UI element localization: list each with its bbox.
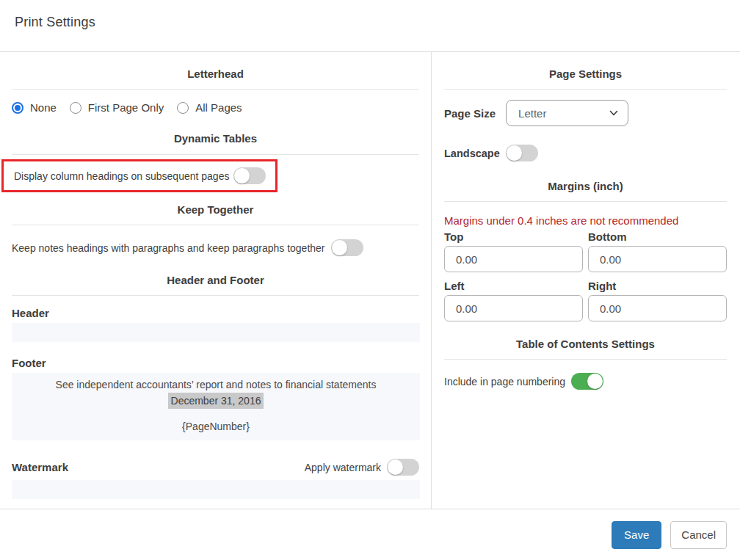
radio-icon[interactable] [12,102,23,114]
divider [444,201,727,202]
watermark-content-area[interactable] [12,480,420,499]
page-size-row: Page Size Letter [444,100,727,126]
radio-option-first-page-only[interactable]: First Page Only [70,101,164,114]
footer-line-1: See independent accountants’ report and … [12,377,420,393]
margin-top-input[interactable] [444,246,583,272]
cancel-button[interactable]: Cancel [670,521,727,549]
keep-notes-toggle[interactable] [331,239,363,256]
margin-right-label: Right [588,280,727,292]
apply-watermark-toggle[interactable] [387,459,419,476]
radio-icon[interactable] [177,102,189,114]
toggle-knob [507,145,522,161]
display-column-headings-label: Display column headings on subsequent pa… [14,170,229,182]
margins-heading: Margins (inch) [444,180,727,193]
toggle-knob [587,374,603,389]
toggle-knob [332,240,347,255]
page-title: Print Settings [15,15,740,30]
toggle-knob [234,168,250,183]
left-column: Letterhead None First Page Only All Page… [0,52,432,509]
keep-together-row: Keep notes headings with paragraphs and … [12,239,419,256]
dialog-header: Print Settings [0,0,740,52]
footer-line-3: {PageNumber} [12,419,420,434]
dialog-body: Letterhead None First Page Only All Page… [0,52,740,509]
letterhead-heading: Letterhead [12,68,419,81]
page-size-value: Letter [518,107,609,120]
radio-label: First Page Only [88,101,164,114]
margin-top-label: Top [444,230,583,243]
landscape-row: Landscape [444,145,727,161]
footer-content-area[interactable]: See independent accountants’ report and … [12,373,420,440]
divider [12,89,419,90]
dialog-footer: Save Cancel [0,509,740,560]
divider [444,359,727,360]
radio-option-none[interactable]: None [12,101,57,114]
letterhead-radio-group: None First Page Only All Pages [12,101,419,114]
page-size-select[interactable]: Letter [506,100,628,126]
margins-warning: Margins under 0.4 inches are not recomme… [444,214,727,228]
margin-left-label: Left [444,280,583,292]
divider [12,295,419,296]
margins-grid: Top Bottom Left Right [444,230,727,321]
divider [444,89,727,90]
divider [12,225,419,225]
display-column-headings-toggle[interactable] [233,167,266,184]
header-footer-heading: Header and Footer [12,274,419,287]
margin-right-input[interactable] [588,295,727,321]
toc-settings-heading: Table of Contents Settings [444,338,727,351]
save-button[interactable]: Save [612,521,661,549]
keep-together-heading: Keep Together [12,203,419,217]
page-size-label: Page Size [444,107,496,120]
dynamic-tables-heading: Dynamic Tables [12,132,419,145]
radio-label: None [30,101,57,114]
watermark-label: Watermark [12,461,68,473]
margin-bottom-input[interactable] [588,246,727,272]
include-page-numbering-label: Include in page numbering [444,376,565,388]
chevron-down-icon [609,108,619,118]
right-column: Page Settings Page Size Letter Landscape… [432,52,740,509]
apply-watermark-label: Apply watermark [305,462,381,473]
footer-label: Footer [12,357,419,369]
watermark-row: Watermark Apply watermark [12,459,419,476]
page-settings-heading: Page Settings [444,68,727,81]
toggle-knob [388,459,403,475]
margin-left-input[interactable] [444,295,583,321]
header-label: Header [12,307,419,319]
landscape-label: Landscape [444,148,500,159]
footer-line-2-selected: December 31, 2016 [168,393,264,409]
radio-option-all-pages[interactable]: All Pages [177,101,242,114]
highlighted-setting-box: Display column headings on subsequent pa… [1,159,278,192]
landscape-toggle[interactable] [506,145,538,161]
include-page-numbering-row: Include in page numbering [444,373,727,390]
margin-bottom-label: Bottom [588,230,727,243]
header-content-area[interactable] [12,323,420,342]
include-page-numbering-toggle[interactable] [571,373,603,390]
radio-icon[interactable] [70,102,81,114]
keep-notes-label: Keep notes headings with paragraphs and … [12,242,325,254]
print-settings-dialog: Print Settings Letterhead None First Pag… [0,0,740,560]
radio-label: All Pages [195,101,242,114]
